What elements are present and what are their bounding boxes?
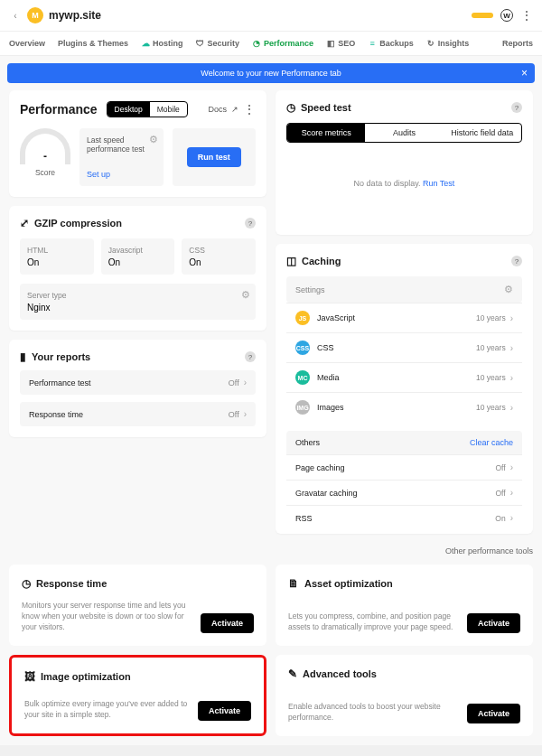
external-icon[interactable]: ↗ bbox=[231, 105, 238, 114]
gear-icon[interactable]: ⚙ bbox=[241, 289, 250, 301]
compress-icon: ⤢ bbox=[20, 217, 29, 229]
caching-card: ◫Caching ? Settings ⚙ JSJavaScript10 yea… bbox=[276, 244, 533, 534]
activate-image-optimization[interactable]: Activate bbox=[198, 701, 251, 721]
device-toggle: Desktop Mobile bbox=[107, 101, 188, 117]
nav-seo[interactable]: ◧SEO bbox=[326, 39, 355, 48]
caching-title: ◫Caching bbox=[286, 255, 341, 267]
reports-title: ▮Your reports bbox=[20, 350, 90, 363]
chevron-right-icon: › bbox=[510, 513, 513, 523]
docs-link[interactable]: Docs bbox=[208, 105, 227, 114]
js-icon: JS bbox=[295, 311, 310, 325]
site-name: mywp.site bbox=[49, 9, 101, 22]
main-nav: Overview Plugins & Themes ☁Hosting 🛡Secu… bbox=[0, 32, 542, 56]
tool-asset-optimization: 🗎Asset optimization Lets you compress, c… bbox=[276, 565, 533, 646]
activate-response-time[interactable]: Activate bbox=[201, 613, 254, 633]
toggle-mobile[interactable]: Mobile bbox=[150, 102, 187, 117]
help-icon[interactable]: ? bbox=[511, 102, 522, 113]
image-icon: 🖼 bbox=[24, 670, 35, 683]
last-test-label: Last speed performance test bbox=[87, 135, 156, 154]
report-performance-test[interactable]: Performance testOff› bbox=[20, 370, 256, 395]
more-menu-icon[interactable]: ⋮ bbox=[520, 8, 533, 23]
speed-test-card: ◷Speed test ? Score metrics Audits Histo… bbox=[276, 90, 533, 235]
tab-score-metrics[interactable]: Score metrics bbox=[287, 124, 365, 142]
tool-response-time: ◷Response time Monitors your server resp… bbox=[9, 565, 266, 646]
gear-icon[interactable]: ⚙ bbox=[149, 134, 158, 145]
clock-icon: ◷ bbox=[22, 577, 31, 590]
media-icon: MC bbox=[295, 370, 310, 385]
performance-card: Performance Desktop Mobile Docs ↗ ⋮ - Sc… bbox=[9, 90, 266, 197]
cache-rss[interactable]: RSSOn› bbox=[286, 505, 522, 530]
seo-icon: ◧ bbox=[326, 39, 335, 48]
nav-backups[interactable]: ≡Backups bbox=[368, 39, 414, 48]
tab-historic[interactable]: Historic field data bbox=[444, 124, 521, 142]
score-gauge: - bbox=[20, 128, 70, 164]
other-tools-header: Other performance tools bbox=[0, 543, 542, 565]
activate-asset-optimization[interactable]: Activate bbox=[467, 613, 520, 633]
insights-icon: ↻ bbox=[426, 39, 435, 48]
help-icon[interactable]: ? bbox=[245, 218, 256, 229]
gzip-html: HTMLOn bbox=[20, 238, 94, 275]
gauge-icon: ◔ bbox=[252, 39, 261, 48]
chevron-right-icon: › bbox=[510, 403, 513, 413]
close-icon[interactable]: × bbox=[521, 67, 528, 79]
back-button[interactable]: ‹ bbox=[9, 9, 22, 22]
nav-insights[interactable]: ↻Insights bbox=[426, 39, 470, 48]
tab-audits[interactable]: Audits bbox=[365, 124, 443, 142]
nav-security[interactable]: 🛡Security bbox=[196, 39, 240, 48]
chevron-right-icon: › bbox=[510, 462, 513, 472]
shield-icon: 🛡 bbox=[196, 39, 205, 48]
img-icon: IMG bbox=[295, 400, 310, 415]
reports-icon: ▮ bbox=[20, 350, 26, 363]
chevron-right-icon: › bbox=[510, 488, 513, 498]
speed-empty-state: No data to display. Run Test bbox=[286, 143, 522, 224]
activate-advanced-tools[interactable]: Activate bbox=[467, 704, 520, 723]
cache-javascript[interactable]: JSJavaScript10 years› bbox=[286, 303, 522, 332]
cache-images[interactable]: IMGImages10 years› bbox=[286, 392, 522, 422]
gzip-css: CSSOn bbox=[182, 238, 256, 275]
chevron-right-icon: › bbox=[510, 373, 513, 383]
cache-media[interactable]: MCMedia10 years› bbox=[286, 362, 522, 392]
cloud-icon: ☁ bbox=[141, 39, 150, 48]
tool-advanced-tools: ✎Advanced tools Enable advanced tools to… bbox=[276, 655, 533, 736]
score-label: Score bbox=[20, 168, 70, 177]
cache-icon: ◫ bbox=[286, 255, 296, 267]
gear-icon[interactable]: ⚙ bbox=[504, 284, 513, 295]
cache-gravatar[interactable]: Gravatar cachingOff› bbox=[286, 480, 522, 505]
setup-link[interactable]: Set up bbox=[87, 170, 156, 179]
toggle-desktop[interactable]: Desktop bbox=[107, 102, 150, 117]
nav-performance[interactable]: ◔Performance bbox=[252, 39, 313, 48]
run-test-link[interactable]: Run Test bbox=[423, 179, 454, 188]
run-test-button[interactable]: Run test bbox=[187, 147, 241, 167]
speed-title: ◷Speed test bbox=[286, 101, 351, 114]
cache-css[interactable]: CSSCSS10 years› bbox=[286, 332, 522, 362]
nav-hosting[interactable]: ☁Hosting bbox=[141, 39, 183, 48]
site-badge: M bbox=[27, 7, 43, 23]
nav-plugins-themes[interactable]: Plugins & Themes bbox=[58, 39, 128, 48]
welcome-banner: Welcome to your new Performance tab × bbox=[7, 63, 535, 83]
css-icon: CSS bbox=[295, 341, 310, 355]
backups-icon: ≡ bbox=[368, 39, 377, 48]
gzip-js: JavascriptOn bbox=[101, 238, 175, 275]
nav-overview[interactable]: Overview bbox=[9, 39, 45, 48]
chevron-right-icon: › bbox=[510, 343, 513, 353]
nav-reports[interactable]: Reports bbox=[502, 39, 533, 48]
report-response-time[interactable]: Response timeOff› bbox=[20, 402, 256, 426]
chevron-right-icon: › bbox=[244, 409, 247, 419]
status-pill bbox=[472, 13, 493, 18]
reports-card: ▮Your reports ? Performance testOff› Res… bbox=[9, 340, 266, 437]
help-icon[interactable]: ? bbox=[245, 351, 256, 362]
speedometer-icon: ◷ bbox=[286, 101, 295, 114]
assets-icon: 🗎 bbox=[288, 577, 299, 590]
gzip-server: ⚙ Server typeNginx bbox=[20, 284, 256, 320]
tool-image-optimization: 🖼Image optimization Bulk optimize every … bbox=[9, 655, 266, 736]
cache-settings-label: Settings bbox=[295, 285, 325, 294]
gzip-title: ⤢GZIP compression bbox=[20, 217, 122, 229]
performance-title: Performance bbox=[20, 102, 98, 117]
help-icon[interactable]: ? bbox=[511, 256, 522, 266]
perf-more-icon[interactable]: ⋮ bbox=[243, 102, 256, 117]
wordpress-icon[interactable]: W bbox=[500, 9, 513, 22]
cache-page-caching[interactable]: Page cachingOff› bbox=[286, 454, 522, 480]
others-label: Others bbox=[295, 438, 320, 447]
clear-cache-link[interactable]: Clear cache bbox=[470, 438, 513, 447]
banner-text: Welcome to your new Performance tab bbox=[201, 69, 341, 78]
